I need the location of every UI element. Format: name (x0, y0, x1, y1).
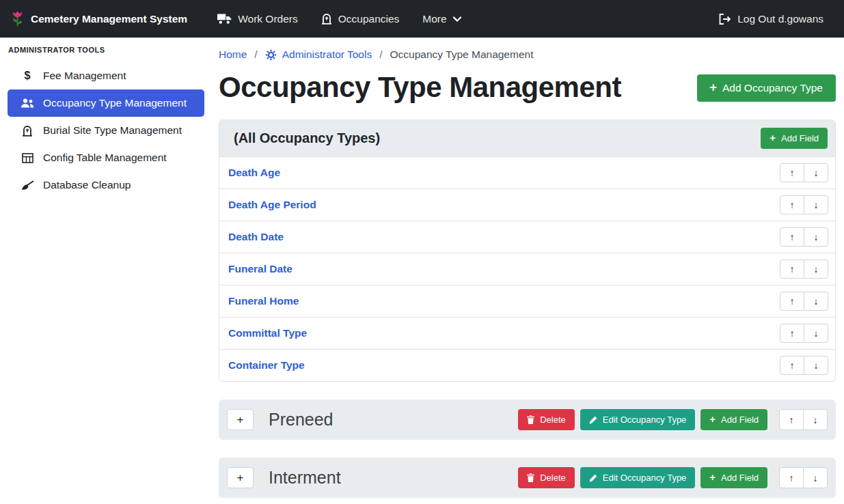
move-down-button[interactable]: ↓ (804, 324, 828, 343)
add-field-button[interactable]: + Add Field (761, 128, 828, 149)
field-link[interactable]: Funeral Home (228, 295, 299, 307)
field-link[interactable]: Death Age Period (228, 199, 316, 211)
edit-label: Edit Occupancy Type (603, 473, 687, 483)
add-field-button[interactable]: + Add Field (700, 467, 767, 488)
logout-button[interactable]: Log Out d.gowans (709, 8, 833, 31)
up-arrow-icon: ↑ (790, 199, 795, 210)
sidebar-item-config-table-management[interactable]: Config Table Management (0, 144, 212, 171)
reorder-buttons: ↑ ↓ (780, 227, 828, 247)
truck-icon (217, 13, 232, 25)
reorder-buttons: ↑ ↓ (780, 292, 828, 311)
breadcrumb-admin-tools-link[interactable]: Administrator Tools (265, 48, 372, 61)
move-down-button[interactable]: ↓ (803, 409, 828, 430)
reorder-buttons: ↑ ↓ (780, 356, 828, 375)
move-down-button[interactable]: ↓ (804, 227, 828, 247)
main-content: Home / (212, 38, 844, 504)
reorder-buttons: ↑ ↓ (780, 260, 828, 279)
all-occupancy-types-header: (All Occupancy Types) + Add Field (219, 120, 835, 156)
sidebar-item-burial-site-type-management[interactable]: Burial Site Type Management (0, 117, 212, 144)
plus-icon: + (710, 82, 717, 94)
plus-icon: + (709, 415, 716, 425)
move-up-button[interactable]: ↑ (780, 195, 804, 214)
move-up-button[interactable]: ↑ (780, 163, 804, 182)
move-up-button[interactable]: ↑ (779, 467, 804, 488)
down-arrow-icon: ↓ (814, 199, 819, 210)
top-navbar: Cemetery Management System Work Orders (0, 0, 844, 38)
edit-occupancy-type-button[interactable]: Edit Occupancy Type (580, 467, 696, 488)
move-up-button[interactable]: ↑ (780, 324, 804, 343)
field-link[interactable]: Funeral Date (228, 263, 292, 275)
move-up-button[interactable]: ↑ (779, 409, 804, 430)
logout-icon (719, 14, 731, 25)
move-up-button[interactable]: ↑ (780, 260, 804, 279)
users-icon (21, 98, 34, 108)
field-link[interactable]: Death Age (228, 167, 280, 179)
edit-occupancy-type-button[interactable]: Edit Occupancy Type (580, 409, 696, 430)
dollar-icon: $ (21, 70, 34, 82)
admin-tools-sidebar: Administrator Tools $ Fee Management Occ… (0, 38, 212, 504)
sidebar-item-database-cleanup[interactable]: Database Cleanup (0, 171, 212, 199)
add-field-label: Add Field (781, 133, 819, 143)
field-row: Funeral Date ↑ ↓ (219, 253, 835, 285)
up-arrow-icon: ↑ (790, 264, 795, 275)
add-field-button[interactable]: + Add Field (700, 409, 767, 430)
gear-icon (265, 49, 277, 61)
headstone-icon (21, 125, 34, 137)
trash-icon (527, 473, 534, 482)
down-arrow-icon: ↓ (813, 473, 818, 484)
delete-label: Delete (540, 473, 566, 483)
field-row: Container Type ↑ ↓ (219, 349, 835, 381)
sidebar-item-fee-management[interactable]: $ Fee Management (0, 62, 212, 89)
move-down-button[interactable]: ↓ (803, 467, 828, 488)
up-arrow-icon: ↑ (789, 473, 794, 484)
breadcrumb-home-link[interactable]: Home (219, 48, 247, 61)
nav-work-orders[interactable]: Work Orders (208, 8, 308, 31)
occupancy-type-section-preneed: + Preneed Delete (219, 400, 836, 440)
down-arrow-icon: ↓ (814, 328, 819, 339)
move-down-button[interactable]: ↓ (804, 292, 828, 311)
move-down-button[interactable]: ↓ (804, 195, 828, 214)
up-arrow-icon: ↑ (790, 360, 795, 371)
delete-label: Delete (540, 415, 566, 425)
delete-button[interactable]: Delete (518, 409, 575, 430)
tulip-logo-icon (11, 10, 24, 28)
down-arrow-icon: ↓ (813, 415, 818, 425)
field-row: Death Date ↑ ↓ (219, 221, 835, 253)
field-link[interactable]: Committal Type (228, 327, 307, 339)
occupancy-type-name: Interment (269, 468, 341, 488)
breadcrumb: Home / (219, 48, 836, 61)
add-occupancy-type-label: Add Occupancy Type (722, 82, 823, 94)
down-arrow-icon: ↓ (814, 167, 819, 178)
type-actions: Delete Edit Occupancy Type + Add Field ↑ (518, 409, 828, 430)
up-arrow-icon: ↑ (790, 232, 795, 242)
up-arrow-icon: ↑ (790, 296, 795, 307)
down-arrow-icon: ↓ (814, 264, 819, 275)
expand-button[interactable]: + (227, 467, 254, 488)
nav-more[interactable]: More (413, 8, 470, 31)
nav-occupancies[interactable]: Occupancies (312, 8, 409, 31)
card-title: (All Occupancy Types) (234, 130, 380, 146)
move-down-button[interactable]: ↓ (804, 260, 828, 279)
all-occupancy-types-card: (All Occupancy Types) + Add Field Death … (219, 120, 836, 382)
field-link[interactable]: Container Type (228, 359, 305, 372)
move-up-button[interactable]: ↑ (780, 227, 804, 247)
sidebar-item-label: Config Table Management (43, 152, 167, 164)
move-up-button[interactable]: ↑ (780, 356, 804, 375)
app-brand[interactable]: Cemetery Management System (11, 10, 187, 28)
delete-button[interactable]: Delete (518, 467, 575, 488)
move-down-button[interactable]: ↓ (804, 163, 828, 182)
field-link[interactable]: Death Date (228, 231, 284, 243)
nav-occupancies-label: Occupancies (338, 13, 400, 25)
move-up-button[interactable]: ↑ (780, 292, 804, 311)
sidebar-item-occupancy-type-management[interactable]: Occupancy Type Management (8, 89, 204, 117)
reorder-buttons: ↑ ↓ (780, 163, 828, 182)
add-field-label: Add Field (721, 415, 759, 425)
nav-work-orders-label: Work Orders (238, 13, 298, 25)
logout-label: Log Out d.gowans (737, 13, 823, 25)
breadcrumb-current: Occupancy Type Management (390, 48, 534, 61)
pencil-icon (589, 474, 597, 482)
sidebar-item-label: Database Cleanup (43, 179, 131, 191)
move-down-button[interactable]: ↓ (804, 356, 828, 375)
expand-button[interactable]: + (227, 409, 254, 430)
add-occupancy-type-button[interactable]: + Add Occupancy Type (697, 74, 836, 102)
